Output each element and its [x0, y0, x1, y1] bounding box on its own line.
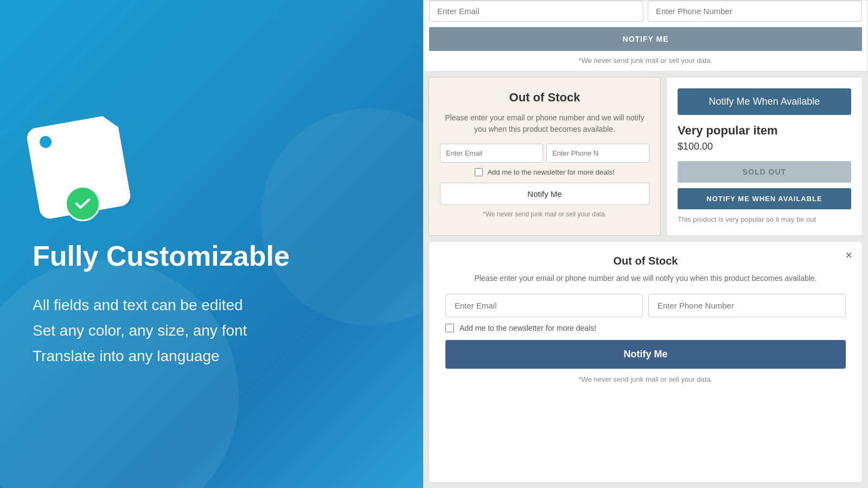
modal-phone-input[interactable] [648, 294, 846, 317]
product-card: Notify Me When Available Very popular it… [666, 77, 863, 236]
oos-card: Out of Stock Please enter your email or … [429, 77, 661, 236]
oos-newsletter-row: Add me to the newsletter for more deals! [440, 168, 649, 176]
modal-title: Out of Stock [445, 255, 846, 267]
middle-row: Out of Stock Please enter your email or … [423, 72, 868, 241]
oos-notify-button[interactable]: Notify Me [440, 183, 649, 205]
top-phone-input[interactable] [648, 1, 862, 22]
notify-available-button[interactable]: Notify Me When Available [678, 88, 851, 115]
modal-inputs [445, 294, 846, 317]
modal-newsletter-row: Add me to the newsletter for more deals! [445, 324, 846, 332]
left-panel: Fully Customizable All fields and text c… [0, 0, 423, 488]
notify-available-small-button[interactable]: NOTIFY ME WHEN AVAILABLE [678, 188, 851, 209]
modal-close-button[interactable]: × [845, 249, 852, 261]
feature-item-1: All fields and text can be edited [33, 294, 391, 316]
main-heading: Fully Customizable [33, 240, 391, 273]
top-strip-inputs [429, 1, 862, 22]
top-strip: NOTIFY ME *We never send junk mail or se… [423, 0, 868, 72]
modal-notify-button[interactable]: Notify Me [445, 340, 846, 369]
feature-list: All fields and text can be edited Set an… [33, 294, 391, 367]
oos-card-desc: Please enter your email or phone number … [440, 112, 649, 135]
modal-privacy: *We never send junk mail or sell your da… [445, 375, 846, 383]
top-notify-button[interactable]: NOTIFY ME [429, 27, 862, 51]
oos-phone-input[interactable] [546, 144, 649, 163]
modal-email-input[interactable] [445, 294, 643, 317]
tag-icon-wrapper [33, 121, 141, 224]
oos-newsletter-checkbox[interactable] [475, 168, 483, 176]
sold-out-button: SOLD OUT [678, 161, 851, 183]
right-panel: NOTIFY ME *We never send junk mail or se… [423, 0, 868, 488]
feature-item-3: Translate into any language [33, 345, 391, 367]
modal-newsletter-label: Add me to the newsletter for more deals! [459, 324, 596, 332]
modal-newsletter-checkbox[interactable] [445, 324, 454, 332]
top-privacy-note: *We never send junk mail or sell your da… [429, 56, 862, 65]
feature-item-2: Set any color, any size, any font [33, 320, 391, 341]
oos-card-title: Out of Stock [509, 91, 580, 105]
product-name: Very popular item [678, 124, 851, 138]
oos-email-input[interactable] [440, 144, 543, 163]
popular-desc: This product is very popular so it may b… [678, 215, 851, 224]
oos-inputs [440, 144, 649, 163]
modal-desc: Please enter your email or phone number … [445, 273, 846, 284]
oos-privacy: *We never send junk mail or sell your da… [483, 210, 607, 218]
product-price: $100.00 [678, 141, 851, 152]
bottom-modal: × Out of Stock Please enter your email o… [429, 241, 863, 483]
tag-hole [39, 135, 52, 149]
oos-newsletter-label: Add me to the newsletter for more deals! [487, 168, 614, 176]
top-email-input[interactable] [429, 1, 643, 22]
check-badge-icon [65, 186, 100, 221]
